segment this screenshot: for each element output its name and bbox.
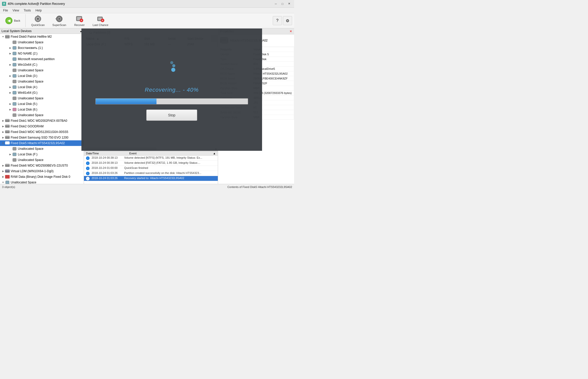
spinner — [162, 59, 182, 79]
menu-help[interactable]: Help — [33, 8, 44, 13]
tree-item[interactable]: ▶ Fixed Disk6 WDC WD2500BEVS-22UST0 — [0, 163, 84, 168]
app-title: 40% complete Active@ Partition Recovery — [8, 2, 65, 6]
toolbar-right: ? ⚙ — [273, 16, 292, 25]
progress-bar-container — [95, 98, 248, 104]
tree-item[interactable]: ▶ Local Disk (6:) — [0, 107, 84, 112]
spinner-dot-1 — [170, 61, 173, 64]
svg-rect-20 — [13, 46, 16, 49]
svg-point-3 — [37, 18, 39, 20]
tree-item[interactable]: ▶ RAW Data (Binary) Disk Image Fixed Dis… — [0, 174, 84, 180]
progress-bar-fill — [96, 99, 156, 104]
partition-icon — [12, 146, 17, 151]
tree-item[interactable]: ▶ Local Disk (4:) — [0, 84, 84, 90]
tree-item[interactable]: ▶ Local Disk (F:) — [0, 152, 84, 157]
log-row-highlighted[interactable]: i 2018-10-24 01:03:26 Recovery started t… — [84, 176, 218, 181]
menu-tools[interactable]: Tools — [22, 8, 33, 13]
settings-icon[interactable]: ⚙ — [283, 16, 292, 25]
tree-item[interactable]: ▶ NO NAME (2:) — [0, 51, 84, 56]
stop-button[interactable]: Stop — [146, 110, 197, 121]
partition-icon — [12, 85, 17, 89]
tree-item[interactable]: ▼ Fixed Disk5 Hitachi HTS543232L9SA02 — [0, 140, 84, 146]
tree-item[interactable]: ▶ Virtual LDM (WIN10X64-1-Dg0) — [0, 168, 84, 174]
disk-icon — [5, 124, 10, 129]
tree-item[interactable]: ▶ Local Disk (3:) — [0, 73, 84, 79]
lastchance-icon: + — [96, 15, 105, 23]
tree-item[interactable]: ▶ Local Disk (5:) — [0, 101, 84, 107]
log-body: i 2018-10-24 00:38:13 Volume detected [N… — [84, 156, 218, 184]
superscan-icon — [55, 15, 63, 23]
svg-rect-25 — [13, 74, 16, 77]
tree-item[interactable]: ▶ Fixed Disk1 WDC WD2002FAEX-007BA0 — [0, 118, 84, 124]
tree-item[interactable]: ▶ Win10x64 (C:) — [0, 62, 84, 67]
svg-rect-44 — [13, 153, 16, 156]
quickscan-button[interactable]: QuickScan — [28, 13, 48, 28]
toolbar: ◀ Back QuickScan SuperScan — [0, 13, 294, 29]
tree-item[interactable]: ▶ Fixed Disk4 Samsung SSD 750 EVO 1200 — [0, 135, 84, 140]
log-row: i 2018-10-24 01:00:00 QuickScan finished — [84, 166, 218, 171]
partition-icon — [12, 90, 17, 95]
recovery-overlay: Recovering... - 40% Stop — [81, 29, 262, 151]
tree-item[interactable]: Unallocated Space — [0, 96, 84, 101]
log-info-icon: i — [86, 177, 90, 180]
log-info-icon: i — [86, 167, 90, 170]
tree-item[interactable]: ▼ Unallocated Space — [0, 180, 84, 184]
quickscan-icon — [34, 15, 42, 23]
tree-item[interactable]: Microsoft reserved partition — [0, 56, 84, 62]
log-info-icon: i — [86, 156, 90, 160]
disk-icon — [5, 34, 10, 39]
partition-icon — [12, 152, 17, 157]
lastchance-button[interactable]: + Last Chance — [89, 13, 112, 28]
partition-icon — [12, 46, 17, 50]
tree-item[interactable]: ▼ Fixed Disk0 Patriot Hellfire M2 — [0, 34, 84, 39]
svg-rect-31 — [13, 108, 16, 111]
recover-icon: + — [75, 15, 83, 23]
tree-item[interactable]: Unallocated Space — [0, 67, 84, 73]
disk-icon — [5, 141, 10, 145]
left-panel: Local System Devices ▲ ▼ Fixed Disk0 Pat… — [0, 29, 84, 184]
menu-view[interactable]: View — [10, 8, 21, 13]
tree-item[interactable]: ▶ Win81x64 (G:) — [0, 90, 84, 96]
close-button[interactable]: ✕ — [286, 1, 292, 6]
log-scroll-up[interactable]: ▲ — [213, 152, 216, 155]
svg-rect-45 — [13, 158, 16, 161]
tree-item[interactable]: Unallocated Space — [0, 112, 84, 118]
svg-rect-43 — [13, 147, 16, 150]
log-row: i 2018-10-24 00:38:13 Volume detected [N… — [84, 156, 218, 161]
help-icon[interactable]: ? — [273, 16, 282, 25]
tree-item[interactable]: Unallocated Space — [0, 39, 84, 45]
log-panel: Date/Time Event ▲ i 2018-10-24 00:38:13 … — [84, 151, 218, 184]
tree-item[interactable]: ▶ Fixed Disk2 GOODRAM — [0, 124, 84, 129]
menu-file[interactable]: File — [1, 8, 10, 13]
spinner-dot-3 — [171, 68, 175, 72]
svg-rect-32 — [13, 114, 16, 117]
partition-icon — [12, 96, 17, 101]
status-right: Contents of Fixed Disk5 Hitachi HTS54323… — [227, 185, 292, 188]
maximize-button[interactable]: □ — [279, 1, 285, 6]
svg-rect-24 — [13, 69, 16, 72]
minimize-button[interactable]: ─ — [273, 1, 279, 6]
back-label: Back — [14, 19, 20, 22]
log-header: Date/Time Event ▲ — [84, 151, 218, 156]
toolbar-sep-1 — [25, 14, 26, 27]
tree-item[interactable]: ▶ Fixed Disk3 WDC WDS120G1G0A-00SS5 — [0, 129, 84, 135]
partition-icon — [12, 62, 17, 67]
tree-item[interactable]: Unallocated Space — [0, 79, 84, 84]
tree-item[interactable]: ▶ Восстановить (1:) — [0, 45, 84, 51]
tree-item[interactable]: Unallocated Space — [0, 157, 84, 163]
props-close[interactable]: ✕ — [290, 30, 292, 33]
back-button[interactable]: ◀ Back — [2, 16, 23, 25]
log-info-icon: i — [86, 161, 90, 165]
log-info-icon: i — [86, 172, 90, 175]
svg-rect-51 — [6, 181, 9, 184]
recover-button[interactable]: + Recover — [70, 13, 88, 28]
superscan-button[interactable]: SuperScan — [49, 13, 69, 28]
svg-rect-23 — [13, 63, 16, 66]
svg-rect-19 — [13, 41, 16, 44]
svg-text:+: + — [81, 19, 82, 22]
partition-icon — [12, 158, 17, 162]
status-bar: 3 object(s) Contents of Fixed Disk5 Hita… — [0, 184, 294, 190]
left-panel-title: Local System Devices — [2, 29, 32, 33]
tree-item[interactable]: Unallocated Space — [0, 146, 84, 152]
svg-rect-22 — [13, 58, 16, 61]
virtual-disk-icon — [5, 169, 10, 173]
